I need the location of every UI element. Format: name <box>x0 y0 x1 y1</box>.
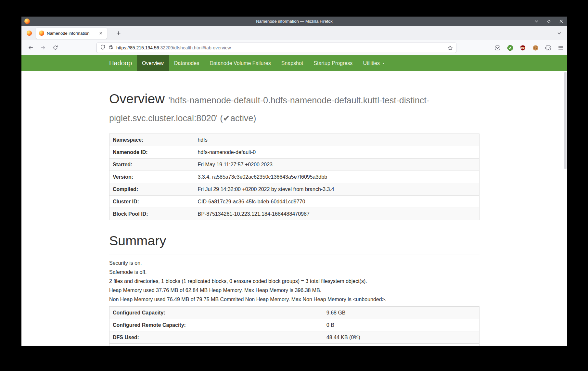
window-title: Namenode information — Mozilla Firefox <box>21 19 567 24</box>
maximize-button[interactable] <box>547 19 551 23</box>
page-content: Overview 'hdfs-namenode-default-0.hdfs-n… <box>21 71 567 346</box>
row-label: Compiled: <box>109 183 195 196</box>
row-label: Namespace: <box>109 134 195 146</box>
bookmark-star-icon[interactable] <box>447 45 453 51</box>
firefox-window: Namenode information — Mozilla Firefox <box>21 17 567 346</box>
tab-datanode-volume-failures[interactable]: Datanode Volume Failures <box>204 55 276 71</box>
summary-line: Security is on. <box>109 260 479 266</box>
cookie-icon[interactable] <box>532 44 539 51</box>
row-label: Configured Remote Capacity: <box>109 319 323 331</box>
table-row: Namenode ID:hdfs-namenode-default-0 <box>109 146 479 159</box>
check-icon: ✔ <box>223 113 230 123</box>
close-window-button[interactable] <box>559 19 563 23</box>
row-label: Cluster ID: <box>109 196 195 208</box>
overview-title: Overview <box>109 91 165 106</box>
tab-snapshot[interactable]: Snapshot <box>276 55 309 71</box>
row-value: 119.56 KB <box>323 344 479 346</box>
tracking-shield-icon[interactable] <box>100 45 106 51</box>
new-tab-button[interactable] <box>114 29 123 37</box>
url-bar[interactable]: https://85.215.194.56:32209/dfshealth.ht… <box>96 43 456 53</box>
active-status: active) <box>230 113 256 123</box>
tab-startup-progress[interactable]: Startup Progress <box>308 55 358 71</box>
row-value: 0 B <box>323 319 479 331</box>
svg-text:UO: UO <box>521 46 524 49</box>
table-row: Version:3.3.4, ra585a73c3e02ac62350c1366… <box>109 171 479 183</box>
url-text: https://85.215.194.56:32209/dfshealth.ht… <box>116 45 231 50</box>
hadoop-navbar: Hadoop Overview Datanodes Datanode Volum… <box>21 55 567 71</box>
tab-overview[interactable]: Overview <box>137 55 169 71</box>
row-value: hdfs <box>194 134 479 146</box>
forward-button[interactable] <box>40 45 46 50</box>
tab-title: Namenode information <box>47 31 97 36</box>
table-row: Non DFS Used:119.56 KB <box>109 344 479 346</box>
row-value: Fri Jul 29 14:32:00 +0200 2022 by stevel… <box>194 183 479 196</box>
table-row: Cluster ID:CID-6a817c29-ac36-45fc-b4eb-6… <box>109 196 479 208</box>
reload-button[interactable] <box>53 45 58 50</box>
row-value: BP-875134261-10.223.121.184-168448847098… <box>194 208 479 220</box>
capacity-table: Configured Capacity:9.68 GB Configured R… <box>109 306 479 346</box>
privacy-badger-icon[interactable] <box>506 44 514 51</box>
caret-down-icon <box>382 63 385 64</box>
tab-close-icon[interactable] <box>97 30 104 36</box>
summary-line: Safemode is off. <box>109 269 479 275</box>
browser-toolbar: https://85.215.194.56:32209/dfshealth.ht… <box>21 40 567 55</box>
url-host: https://85.215.194.56 <box>116 45 159 50</box>
table-row: Block Pool ID:BP-875134261-10.223.121.18… <box>109 208 479 220</box>
menu-hamburger-icon[interactable] <box>557 44 564 51</box>
table-row: Compiled:Fri Jul 29 14:32:00 +0200 2022 … <box>109 183 479 196</box>
scrollbar-thumb[interactable] <box>564 72 567 169</box>
row-label: Block Pool ID: <box>109 208 195 220</box>
table-row: Configured Capacity:9.68 GB <box>109 307 479 319</box>
tab-favicon <box>39 31 44 36</box>
row-label: Started: <box>109 159 195 171</box>
row-value: 3.3.4, ra585a73c3e02ac62350c136643a5e7f6… <box>194 171 479 183</box>
minimize-button[interactable] <box>534 19 539 23</box>
row-value: hdfs-namenode-default-0 <box>194 146 479 159</box>
overview-heading: Overview 'hdfs-namenode-default-0.hdfs-n… <box>109 91 479 126</box>
tab-datanodes[interactable]: Datanodes <box>169 55 204 71</box>
lock-warning-icon[interactable] <box>108 45 113 51</box>
divider <box>109 254 479 254</box>
row-value: 9.68 GB <box>323 307 479 319</box>
url-path: :32209/dfshealth.html#tab-overview <box>159 45 231 50</box>
navbar-brand-hadoop[interactable]: Hadoop <box>109 55 137 71</box>
table-row: DFS Used:48.44 KB (0%) <box>109 331 479 344</box>
window-titlebar: Namenode information — Mozilla Firefox <box>21 17 567 26</box>
back-button[interactable] <box>28 45 33 50</box>
table-row: Namespace:hdfs <box>109 134 479 146</box>
row-label: Namenode ID: <box>109 146 195 159</box>
summary-line: Heap Memory used 37.76 MB of 62.84 MB He… <box>109 287 479 293</box>
desktop-background: Namenode information — Mozilla Firefox <box>0 0 588 371</box>
summary-heading: Summary <box>109 233 479 249</box>
ublock-origin-icon[interactable]: UO <box>519 44 526 51</box>
summary-line: 2 files and directories, 1 blocks (1 rep… <box>109 278 479 284</box>
row-value: 48.44 KB (0%) <box>323 331 479 344</box>
all-tabs-chevron-icon[interactable] <box>555 29 563 37</box>
table-row: Started:Fri May 19 11:27:57 +0200 2023 <box>109 159 479 171</box>
utilities-label: Utilities <box>363 60 380 66</box>
namenode-info-table: Namespace:hdfs Namenode ID:hdfs-namenode… <box>109 134 479 220</box>
row-label: Configured Capacity: <box>109 307 323 319</box>
browser-tab[interactable]: Namenode information <box>36 28 107 39</box>
row-label: Version: <box>109 171 195 183</box>
pocket-icon[interactable] <box>494 44 501 51</box>
row-value: Fri May 19 11:27:57 +0200 2023 <box>194 159 479 171</box>
namenode-host-line1: 'hdfs-namenode-default-0.hdfs-namenode-d… <box>168 96 429 105</box>
row-value: CID-6a817c29-ac36-45fc-b4eb-60dd41cd9770 <box>194 196 479 208</box>
extensions-puzzle-icon[interactable] <box>544 44 552 51</box>
namenode-host-line2: piglet.svc.cluster.local:8020' ( <box>109 113 223 123</box>
tab-strip: Namenode information <box>21 26 567 40</box>
summary-line: Non Heap Memory used 76.49 MB of 79.75 M… <box>109 296 479 302</box>
firefox-view-button[interactable] <box>25 29 33 37</box>
table-row: Configured Remote Capacity:0 B <box>109 319 479 331</box>
firefox-view-icon <box>27 31 32 36</box>
row-label: Non DFS Used: <box>109 344 323 346</box>
row-label: DFS Used: <box>109 331 323 344</box>
tab-utilities-dropdown[interactable]: Utilities <box>358 55 390 71</box>
